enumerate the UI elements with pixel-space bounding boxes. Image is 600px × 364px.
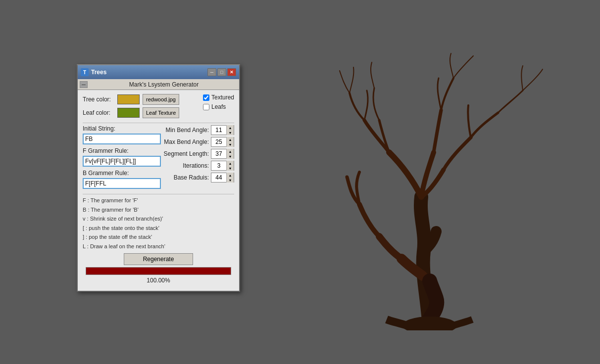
min-bend-spinner: ▲ ▼ (211, 125, 234, 135)
textured-label: Textured (211, 94, 234, 101)
checkbox-group: Textured Leafs (203, 94, 234, 112)
iterations-label: Iterations: (164, 162, 211, 169)
main-columns: Initial String: F Grammer Rule: B Gramme… (83, 125, 234, 192)
left-column: Initial String: F Grammer Rule: B Gramme… (83, 125, 161, 192)
min-bend-up[interactable]: ▲ (227, 125, 234, 130)
hint-0: F : The grammer for 'F' (83, 196, 234, 205)
dialog-window: T Trees ─ □ ✕ ─ Mark's Lsystem Generator… (77, 64, 240, 292)
leafs-label: Leafs (211, 103, 226, 110)
f-grammer-label: F Grammer Rule: (83, 147, 161, 154)
hint-4: ] : pop the state off the stack' (83, 233, 234, 241)
menu-minus-button[interactable]: ─ (80, 81, 88, 88)
top-options-row: Tree color: redwood.jpg Leaf color: Leaf… (83, 94, 234, 121)
menu-bar: ─ Mark's Lsystem Generator (78, 79, 239, 90)
base-raduis-spinner: ▲ ▼ (211, 173, 234, 182)
tree-color-label: Tree color: (83, 96, 117, 103)
tree-texture-button[interactable]: redwood.jpg (143, 94, 179, 105)
leafs-checkbox-row: Leafs (203, 103, 234, 110)
max-bend-up[interactable]: ▲ (227, 137, 234, 142)
close-button[interactable]: ✕ (227, 68, 236, 76)
min-bend-value[interactable] (211, 127, 226, 134)
tree-color-row: Tree color: redwood.jpg (83, 94, 179, 105)
textured-checkbox-row: Textured (203, 94, 234, 101)
base-raduis-up[interactable]: ▲ (227, 173, 234, 178)
f-grammer-input[interactable] (83, 156, 161, 167)
segment-length-row: Segment Length: ▲ ▼ (164, 149, 234, 159)
right-column: Min Bend Angle: ▲ ▼ Max Bend Angle: (164, 125, 234, 192)
b-grammer-label: B Grammer Rule: (83, 170, 161, 177)
segment-length-spinner: ▲ ▼ (211, 149, 234, 159)
min-bend-spin-buttons: ▲ ▼ (226, 125, 234, 135)
hint-2: v : Shrink size of next branch(es)' (83, 215, 234, 223)
window-title: Trees (91, 69, 207, 76)
color-controls: Tree color: redwood.jpg Leaf color: Leaf… (83, 94, 179, 121)
base-raduis-spin-buttons: ▲ ▼ (226, 173, 234, 182)
segment-length-down[interactable]: ▼ (227, 154, 234, 159)
segment-length-spin-buttons: ▲ ▼ (226, 149, 234, 159)
title-bar: T Trees ─ □ ✕ (78, 65, 239, 79)
iterations-down[interactable]: ▼ (227, 166, 234, 171)
maximize-button[interactable]: □ (217, 68, 226, 76)
divider-2 (83, 194, 234, 194)
leaf-texture-button[interactable]: Leaf Texture (143, 107, 179, 118)
base-raduis-label: Base Raduis: (164, 174, 211, 181)
max-bend-down[interactable]: ▼ (227, 142, 234, 147)
max-bend-label: Max Bend Angle: (164, 138, 211, 145)
iterations-spin-buttons: ▲ ▼ (226, 161, 234, 171)
segment-length-up[interactable]: ▲ (227, 149, 234, 154)
max-bend-row: Max Bend Angle: ▲ ▼ (164, 137, 234, 147)
base-raduis-row: Base Raduis: ▲ ▼ (164, 173, 234, 182)
min-bend-row: Min Bend Angle: ▲ ▼ (164, 125, 234, 135)
iterations-value[interactable] (211, 162, 226, 169)
title-bar-buttons: ─ □ ✕ (207, 68, 236, 76)
progress-bar-container (86, 267, 231, 275)
leaf-color-swatch[interactable] (117, 108, 140, 118)
tree-viewport (257, 0, 600, 364)
tree-color-swatch[interactable] (117, 94, 140, 104)
min-bend-down[interactable]: ▼ (227, 130, 234, 135)
leafs-checkbox[interactable] (203, 104, 209, 110)
b-grammer-input[interactable] (83, 178, 161, 189)
max-bend-value[interactable] (211, 138, 226, 145)
base-raduis-down[interactable]: ▼ (227, 178, 234, 182)
leaf-color-label: Leaf color: (83, 109, 117, 116)
progress-text: 100.00% (83, 277, 234, 284)
leaf-color-row: Leaf color: Leaf Texture (83, 107, 179, 118)
dialog-content: Tree color: redwood.jpg Leaf color: Leaf… (78, 90, 239, 291)
iterations-up[interactable]: ▲ (227, 161, 234, 166)
hint-3: [ : push the state onto the stack' (83, 224, 234, 232)
segment-length-value[interactable] (211, 150, 226, 157)
textured-checkbox[interactable] (203, 94, 209, 101)
progress-bar-fill (86, 268, 231, 274)
iterations-spinner: ▲ ▼ (211, 161, 234, 171)
tree-svg (310, 34, 548, 330)
base-raduis-value[interactable] (211, 174, 226, 181)
hint-5: L : Draw a leaf on the next branch' (83, 242, 234, 251)
min-bend-label: Min Bend Angle: (164, 127, 211, 134)
regenerate-button[interactable]: Regenerate (124, 253, 193, 265)
dialog-title: Mark's Lsystem Generator (91, 81, 237, 88)
initial-string-label: Initial String: (83, 125, 161, 132)
divider-1 (83, 123, 234, 123)
segment-length-label: Segment Length: (164, 150, 211, 157)
iterations-row: Iterations: ▲ ▼ (164, 161, 234, 171)
minimize-button[interactable]: ─ (207, 68, 216, 76)
hint-1: B : The grammer for 'B' (83, 206, 234, 214)
app-icon: T (81, 68, 89, 76)
max-bend-spin-buttons: ▲ ▼ (226, 137, 234, 147)
tree-base (402, 317, 457, 330)
hints-section: F : The grammer for 'F' B : The grammer … (83, 196, 234, 250)
max-bend-spinner: ▲ ▼ (211, 137, 234, 147)
initial-string-input[interactable] (83, 134, 161, 144)
